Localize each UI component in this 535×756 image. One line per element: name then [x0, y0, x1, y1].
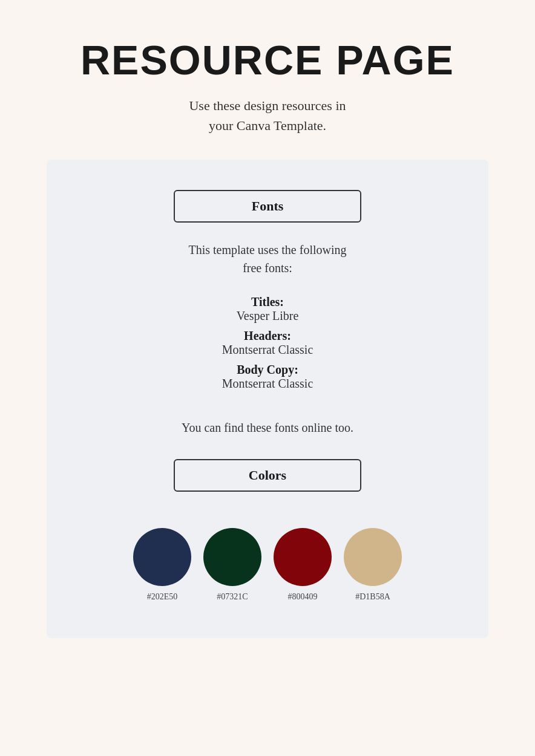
headers-label: Headers:: [222, 329, 313, 343]
resource-card: Fonts This template uses the following f…: [47, 160, 488, 638]
color-circle-4: [344, 528, 402, 586]
color-item-1: #202E50: [133, 528, 191, 602]
color-swatches: #202E50 #07321C #800409 #D1B58A: [133, 528, 402, 602]
color-item-2: #07321C: [203, 528, 261, 602]
color-item-3: #800409: [274, 528, 332, 602]
titles-label: Titles:: [222, 295, 313, 309]
color-circle-1: [133, 528, 191, 586]
page-title: RESOURCE PAGE: [80, 36, 455, 83]
page-subtitle: Use these design resources in your Canva…: [189, 96, 346, 135]
find-fonts-text: You can find these fonts online too.: [182, 421, 353, 435]
fonts-badge: Fonts: [174, 190, 361, 223]
headers-value: Montserrat Classic: [222, 343, 313, 357]
fonts-description: This template uses the following free fo…: [188, 241, 346, 277]
colors-badge: Colors: [174, 459, 361, 492]
colors-section: Colors #202E50 #07321C #800409 #D1B58A: [83, 459, 452, 602]
color-circle-2: [203, 528, 261, 586]
color-hex-1: #202E50: [147, 592, 178, 602]
color-hex-4: #D1B58A: [355, 592, 390, 602]
color-item-4: #D1B58A: [344, 528, 402, 602]
body-copy-label: Body Copy:: [222, 363, 313, 377]
color-circle-3: [274, 528, 332, 586]
font-list: Titles: Vesper Libre Headers: Montserrat…: [222, 295, 313, 397]
body-copy-value: Montserrat Classic: [222, 377, 313, 391]
color-hex-2: #07321C: [217, 592, 248, 602]
color-hex-3: #800409: [288, 592, 318, 602]
titles-value: Vesper Libre: [222, 309, 313, 323]
